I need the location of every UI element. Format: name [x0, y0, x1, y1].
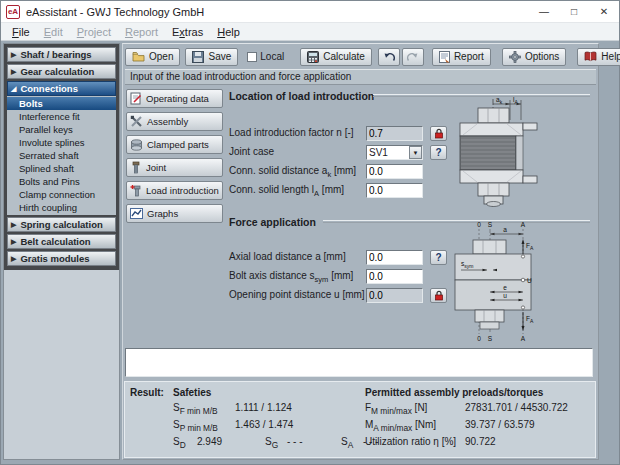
gear-icon	[509, 51, 521, 63]
joint-case-dropdown[interactable]: SV1 ▼	[366, 145, 423, 160]
help-button[interactable]: Help	[577, 48, 620, 66]
open-button[interactable]: Open	[125, 48, 180, 66]
diagram1-label-lA: lA	[513, 96, 518, 105]
axial-load-distance-input[interactable]	[366, 250, 423, 265]
fm-minmax-label: FM min/max [N]	[365, 402, 427, 416]
maximize-button[interactable]: □	[559, 1, 589, 23]
load-introduction-button[interactable]: Load introduction	[126, 181, 223, 200]
bolt-axis-distance-input[interactable]	[366, 269, 423, 284]
save-button[interactable]: Save	[185, 48, 238, 66]
fm-minmax-value: 27831.701 / 44530.722	[465, 402, 568, 413]
graphs-button[interactable]: Graphs	[126, 204, 223, 223]
sidebar-item-serrated-shaft[interactable]: Serrated shaft	[7, 149, 116, 162]
clamped-parts-button[interactable]: Clamped parts	[126, 135, 223, 154]
redo-button	[402, 48, 424, 66]
joint-case-value: SV1	[367, 147, 409, 158]
diagram2-label-a-axis-top: A	[521, 221, 526, 228]
menu-report: Report	[118, 26, 165, 38]
module-tree: ▶ Shaft / bearings ▶ Gear calculation ◢ …	[4, 44, 119, 270]
menu-edit: Edit	[37, 26, 70, 38]
lock-button[interactable]	[430, 288, 447, 303]
sidebar-group-connections[interactable]: ◢ Connections	[7, 81, 116, 96]
joint-bolt-icon	[130, 161, 142, 174]
app-window: eA eAssistant - GWJ Technology GmbH — □ …	[0, 0, 620, 465]
undo-button[interactable]	[378, 48, 400, 66]
close-button[interactable]: ✕	[589, 1, 619, 23]
diagram2-dim-a: a	[503, 226, 507, 233]
sidebar-group-gear-calculation[interactable]: ▶ Gear calculation	[7, 64, 116, 79]
assembly-button[interactable]: Assembly	[126, 112, 223, 131]
sidebar-item-clamp-connection[interactable]: Clamp connection	[7, 188, 116, 201]
preloads-title: Permitted assembly preloads/torques	[365, 387, 543, 398]
diagram2-label-a-axis-bottom: A	[521, 335, 526, 342]
message-box	[125, 348, 593, 377]
calculate-button[interactable]: Calculate	[300, 48, 372, 66]
conn-solid-length-input[interactable]	[366, 183, 423, 198]
conn-solid-length-label: Conn. solid length lA [mm]	[229, 184, 366, 198]
operating-data-button[interactable]: Operating data	[126, 89, 223, 108]
opening-point-distance-input[interactable]	[366, 288, 423, 303]
joint-button[interactable]: Joint	[126, 158, 223, 177]
chevron-right-icon: ▶	[11, 68, 16, 76]
chevron-down-icon[interactable]: ▼	[409, 146, 422, 159]
conn-solid-distance-label: Conn. solid distance ak [mm]	[229, 165, 366, 179]
menu-help[interactable]: Help	[210, 26, 247, 38]
lock-icon	[434, 128, 444, 139]
sidebar-group-belt-calculation[interactable]: ▶ Belt calculation	[7, 234, 116, 249]
operating-data-icon	[130, 92, 142, 105]
conn-solid-distance-input[interactable]	[366, 164, 423, 179]
location-section-title: Location of load introduction	[229, 90, 374, 102]
diagram1-label-ak: ak	[496, 96, 503, 105]
main-panel: Open Save Local Calculate Repo	[122, 43, 599, 460]
sidebar-item-splined-shaft[interactable]: Splined shaft	[7, 162, 116, 175]
sidebar-group-shaft-bearings[interactable]: ▶ Shaft / bearings	[7, 47, 116, 62]
sidebar-item-interference-fit[interactable]: Interference fit	[7, 110, 116, 123]
result-label: Result:	[130, 387, 164, 398]
menu-file[interactable]: File	[5, 26, 37, 38]
load-introduction-factor-input[interactable]	[366, 126, 423, 141]
safeties-title: Safeties	[173, 387, 211, 398]
nav-button-column: Operating data Assembly Clamped parts Jo…	[126, 89, 223, 227]
module-sidebar: ▶ Shaft / bearings ▶ Gear calculation ◢ …	[3, 43, 120, 460]
diagram2-dim-e: e	[503, 284, 507, 291]
axial-load-help-button[interactable]: ?	[430, 250, 447, 265]
redo-arrow-icon	[407, 52, 419, 62]
sidebar-item-bolts-and-pins[interactable]: Bolts and Pins	[7, 175, 116, 188]
sidebar-item-hirth-coupling[interactable]: Hirth coupling	[7, 201, 116, 214]
lock-button[interactable]	[430, 126, 447, 141]
load-introduction-diagram: ak lA	[453, 96, 545, 210]
undo-arrow-icon	[383, 52, 395, 62]
safety-sp-value: 1.463 / 1.474	[235, 419, 293, 430]
menu-extras[interactable]: Extras	[165, 26, 210, 38]
assembly-tools-icon	[130, 115, 143, 128]
ma-minmax-value: 39.737 / 63.579	[465, 419, 535, 430]
clamped-parts-icon	[130, 139, 143, 151]
sidebar-item-involute-splines[interactable]: Involute splines	[7, 136, 116, 149]
options-button[interactable]: Options	[502, 48, 566, 66]
calculator-icon	[307, 51, 319, 63]
chevron-right-icon: ▶	[11, 51, 16, 59]
menu-project: Project	[70, 26, 118, 38]
safety-sf-symbol: SF min M/B	[173, 402, 218, 416]
safety-sa-symbol: SA	[341, 436, 353, 450]
sidebar-group-gratis-modules[interactable]: ▶ Gratis modules	[7, 251, 116, 266]
local-checkbox[interactable]	[247, 52, 257, 62]
joint-case-help-button[interactable]: ?	[430, 145, 447, 160]
sidebar-item-bolts[interactable]: Bolts	[7, 97, 116, 110]
report-document-icon	[439, 51, 450, 63]
sidebar-group-spring-calculation[interactable]: ▶ Spring calculation	[7, 217, 116, 232]
axial-load-distance-label: Axial load distance a [mm]	[229, 251, 366, 265]
help-book-icon	[584, 51, 597, 62]
diagram2-dim-u: u	[503, 292, 507, 299]
load-introduction-factor-label: Load introduction factor n [-]	[229, 127, 366, 141]
local-checkbox-group: Local	[247, 51, 284, 62]
safety-sg-value: - - -	[287, 436, 303, 447]
joint-case-label: Joint case	[229, 146, 366, 160]
minimize-button[interactable]: —	[529, 1, 559, 23]
diagram2-label-s-bottom: S	[488, 335, 493, 342]
sidebar-item-parallel-keys[interactable]: Parallel keys	[7, 123, 116, 136]
report-button[interactable]: Report	[432, 48, 491, 66]
diagram2-point-u-label: U	[527, 277, 532, 284]
result-panel: Result: Safeties SF min M/B 1.111 / 1.12…	[124, 381, 596, 458]
local-checkbox-label: Local	[260, 51, 284, 62]
